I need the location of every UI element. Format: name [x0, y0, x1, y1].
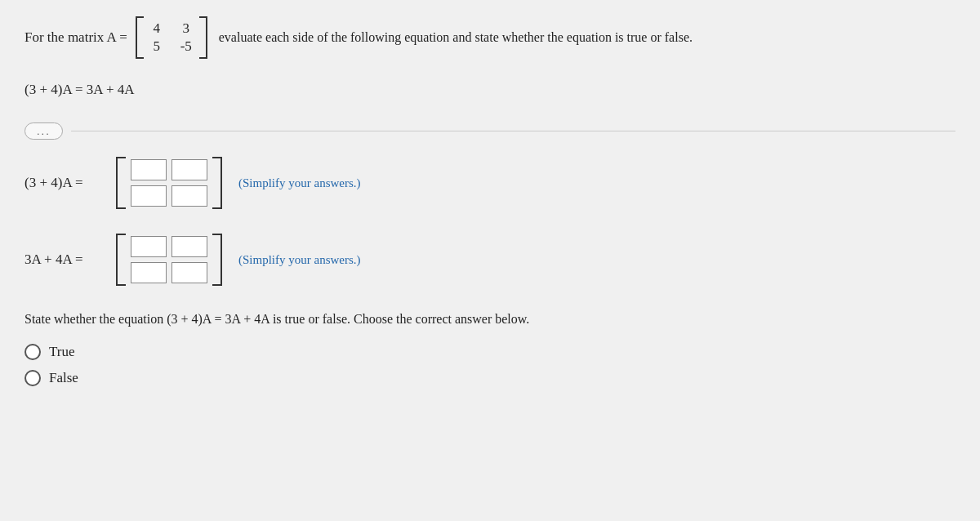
answer-r1c1-input[interactable] [131, 159, 167, 180]
equation-header: (3 + 4)A = 3A + 4A [24, 82, 956, 98]
answer-row-1: (3 + 4)A = (Simplify your answers.) [24, 156, 956, 210]
answer-matrix-1 [116, 156, 222, 210]
answer-grid-1 [131, 156, 207, 210]
answer2-r1c1-input[interactable] [131, 236, 167, 257]
answer-r2c1-input[interactable] [131, 185, 167, 207]
state-question-text: State whether the equation (3 + 4)A = 3A… [24, 312, 529, 326]
row2-label: 3A + 4A = [24, 252, 106, 268]
state-question: State whether the equation (3 + 4)A = 3A… [24, 309, 956, 329]
answer2-r2c2-input[interactable] [172, 262, 207, 283]
page-content: For the matrix A = 4 3 5 -5 evaluate eac… [24, 16, 956, 386]
answer-bracket-right-2 [212, 234, 222, 286]
radio-true-option[interactable]: True [24, 344, 956, 360]
answer-grid-2 [131, 233, 207, 287]
top-row: For the matrix A = 4 3 5 -5 evaluate eac… [24, 16, 956, 59]
bracket-right-icon [199, 16, 207, 59]
matrix-r2c2: -5 [178, 38, 194, 55]
equation-label: (3 + 4)A = 3A + 4A [24, 82, 135, 97]
radio-true-circle[interactable] [24, 344, 41, 360]
answer-bracket-right-1 [212, 157, 222, 209]
matrix-values: 4 3 5 -5 [147, 17, 196, 58]
matrix-prefix: For the matrix A = [24, 29, 127, 46]
simplify-note-1: (Simplify your answers.) [238, 176, 361, 190]
radio-true-label: True [49, 344, 75, 360]
answer-r1c2-input[interactable] [172, 159, 207, 180]
radio-false-option[interactable]: False [24, 370, 956, 386]
divider-row: ... [24, 122, 956, 140]
answer2-r2c1-input[interactable] [131, 262, 167, 283]
matrix-r1c2: 3 [178, 20, 194, 37]
answer-bracket-left-1 [116, 157, 126, 209]
answer-row-2: 3A + 4A = (Simplify your answers.) [24, 233, 956, 287]
more-button[interactable]: ... [24, 122, 63, 140]
instruction-text: evaluate each side of the following equa… [219, 29, 956, 47]
radio-false-label: False [49, 370, 78, 386]
matrix-r2c1: 5 [149, 38, 165, 55]
answer-bracket-left-2 [116, 234, 126, 286]
matrix-A: 4 3 5 -5 [136, 16, 207, 59]
matrix-r1c1: 4 [149, 20, 165, 37]
answer-matrix-2 [116, 233, 222, 287]
radio-false-circle[interactable] [24, 370, 41, 386]
bracket-left-icon [136, 16, 144, 59]
divider-line [71, 131, 956, 131]
simplify-note-2: (Simplify your answers.) [238, 253, 361, 267]
answer-r2c2-input[interactable] [172, 185, 207, 207]
row1-label: (3 + 4)A = [24, 175, 106, 191]
answer2-r1c2-input[interactable] [172, 236, 207, 257]
